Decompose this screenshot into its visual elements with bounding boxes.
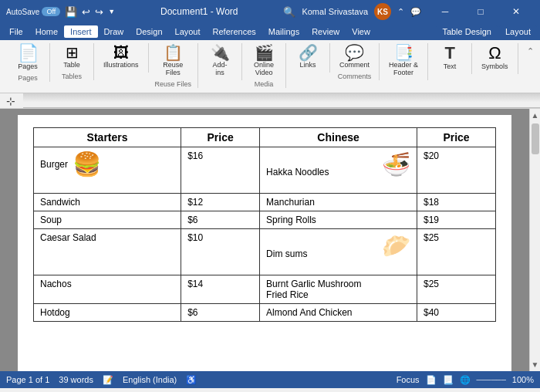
header-footer-button[interactable]: 📑 Header &Footer xyxy=(386,43,421,78)
pages-button[interactable]: 📄 Pages xyxy=(12,43,43,72)
autosave-toggle[interactable]: AutoSave Off xyxy=(6,7,60,16)
zoom-bar[interactable]: ────── xyxy=(477,376,506,384)
menu-table[interactable]: Starters Price Chinese Price Burger xyxy=(33,127,496,322)
menu-view[interactable]: View xyxy=(346,25,376,38)
text-button[interactable]: T Text xyxy=(434,43,465,72)
autosave-state[interactable]: Off xyxy=(42,7,60,16)
addins-icon: 🔌 xyxy=(211,45,230,60)
header-price-1: Price xyxy=(181,128,260,147)
item-hakka: Hakka Noodles 🍜 xyxy=(260,147,417,194)
comments-group-label: Comments xyxy=(338,73,372,80)
menu-design[interactable]: Design xyxy=(130,25,168,38)
scroll-up-arrow[interactable]: ▲ xyxy=(529,109,540,122)
text-icon: T xyxy=(444,45,454,62)
menu-draw[interactable]: Draw xyxy=(98,25,130,38)
menu-file[interactable]: File xyxy=(3,25,29,38)
search-icon[interactable]: 🔍 xyxy=(283,6,295,18)
symbols-label: Symbols xyxy=(481,63,508,70)
header-footer-label: Header &Footer xyxy=(389,61,418,76)
maximize-button[interactable]: □ xyxy=(463,0,498,23)
menu-layout[interactable]: Layout xyxy=(169,25,207,38)
menu-table-design[interactable]: Table Design xyxy=(436,25,498,38)
pages-label: Pages xyxy=(18,63,38,70)
title-bar-left: AutoSave Off 💾 ↩ ↪ ▼ xyxy=(6,6,115,18)
addins-label: Add-ins xyxy=(213,61,228,76)
price-sandwich: $12 xyxy=(181,194,260,211)
zoom-level[interactable]: 100% xyxy=(512,375,534,384)
ribbon: 📄 Pages Pages ⊞ Table Tables 🖼 Illustrat… xyxy=(0,40,540,93)
price-soup: $6 xyxy=(181,211,260,229)
item-sandwich: Sandwich xyxy=(34,194,181,211)
addins-button[interactable]: 🔌 Add-ins xyxy=(204,43,235,78)
status-bar: Page 1 of 1 39 words 📝 English (India) ♿… xyxy=(0,371,540,388)
comments-icon[interactable]: 💬 xyxy=(410,7,421,17)
symbols-button[interactable]: Ω Symbols xyxy=(478,43,511,72)
user-avatar[interactable]: KS xyxy=(374,3,391,20)
table-label: Table xyxy=(63,61,80,69)
menu-mailings[interactable]: Mailings xyxy=(262,25,305,38)
scroll-down-arrow[interactable]: ▼ xyxy=(529,358,540,371)
dimsums-label: Dim sums xyxy=(266,248,307,259)
redo-icon[interactable]: ↪ xyxy=(95,6,103,18)
dimsum-icon: 🥟 xyxy=(382,232,410,259)
item-burger: Burger 🍔 xyxy=(34,147,181,194)
menu-review[interactable]: Review xyxy=(305,25,346,38)
price-hakka: $20 xyxy=(417,147,496,194)
web-layout-icon[interactable]: 🌐 xyxy=(460,375,471,385)
minimize-button[interactable]: ─ xyxy=(427,0,463,23)
status-right: Focus 📄 📃 🌐 ────── 100% xyxy=(397,375,534,385)
ribbon-group-addins: 🔌 Add-ins xyxy=(198,43,242,80)
user-name: Komal Srivastava xyxy=(302,7,368,16)
ribbon-group-comments: 💬 Comment Comments xyxy=(330,43,380,80)
table-button[interactable]: ⊞ Table xyxy=(56,43,87,70)
undo-icon[interactable]: ↩ xyxy=(82,6,90,18)
ribbon-group-header-footer: 📑 Header &Footer xyxy=(380,43,428,80)
item-hotdog: Hotdog xyxy=(34,304,181,322)
focus-label[interactable]: Focus xyxy=(397,375,420,384)
item-caesar: Caesar Salad xyxy=(34,229,181,275)
links-button[interactable]: 🔗 Links xyxy=(292,43,323,70)
online-video-button[interactable]: 🎬 OnlineVideo xyxy=(248,43,279,78)
print-layout-icon[interactable]: 📃 xyxy=(443,375,454,385)
illustrations-icon: 🖼 xyxy=(113,45,129,60)
document-area[interactable]: Starters Price Chinese Price Burger xyxy=(0,109,529,371)
links-icon: 🔗 xyxy=(299,45,318,60)
ribbon-group-media: 🎬 OnlineVideo Media xyxy=(242,43,286,88)
scroll-thumb[interactable] xyxy=(532,123,539,154)
ribbon-group-illustrations: 🖼 Illustrations xyxy=(94,43,149,73)
menu-table-layout[interactable]: Layout xyxy=(499,25,537,38)
ribbon-group-text: T Text xyxy=(428,43,472,74)
ribbon-group-tables: ⊞ Table Tables xyxy=(50,43,94,80)
illustrations-button[interactable]: 🖼 Illustrations xyxy=(100,43,142,70)
price-burger: $16 xyxy=(181,147,260,194)
menu-home[interactable]: Home xyxy=(29,25,64,38)
table-row: Hotdog $6 Almond And Chicken $40 xyxy=(34,304,496,322)
ruler xyxy=(23,93,540,108)
noodles-icon: 🍜 xyxy=(382,150,410,177)
ribbon-collapse-arrow[interactable]: ⌃ xyxy=(527,43,534,56)
main-content: Starters Price Chinese Price Burger xyxy=(0,109,540,371)
close-button[interactable]: ✕ xyxy=(498,0,534,23)
reuse-files-button[interactable]: 📋 ReuseFiles xyxy=(157,43,188,78)
menu-references[interactable]: References xyxy=(207,25,262,38)
dropdown-icon[interactable]: ▼ xyxy=(108,8,115,15)
vertical-scrollbar[interactable]: ▲ ▼ xyxy=(529,109,540,371)
price-dimsums: $25 xyxy=(417,229,496,275)
links-label: Links xyxy=(300,61,316,69)
burger-label: Burger xyxy=(40,159,68,170)
price-spring-rolls: $19 xyxy=(417,211,496,229)
text-label: Text xyxy=(444,63,457,70)
proofing-icon[interactable]: 📝 xyxy=(103,375,113,385)
ribbon-group-links: 🔗 Links xyxy=(286,43,330,73)
page-info: Page 1 of 1 xyxy=(6,375,49,384)
save-icon[interactable]: 💾 xyxy=(65,6,77,18)
ribbon-group-symbols: Ω Symbols xyxy=(472,43,518,74)
hakka-label: Hakka Noodles xyxy=(266,167,329,177)
menu-insert[interactable]: Insert xyxy=(64,25,98,38)
comment-button[interactable]: 💬 Comment xyxy=(336,43,373,70)
accessibility-icon[interactable]: ♿ xyxy=(186,375,197,385)
table-icon: ⊞ xyxy=(66,45,79,60)
view-mode-icon[interactable]: 📄 xyxy=(426,375,437,385)
ribbon-collapse-icon[interactable]: ⌃ xyxy=(397,7,404,17)
table-move-handle[interactable]: ⊹ xyxy=(6,95,15,107)
